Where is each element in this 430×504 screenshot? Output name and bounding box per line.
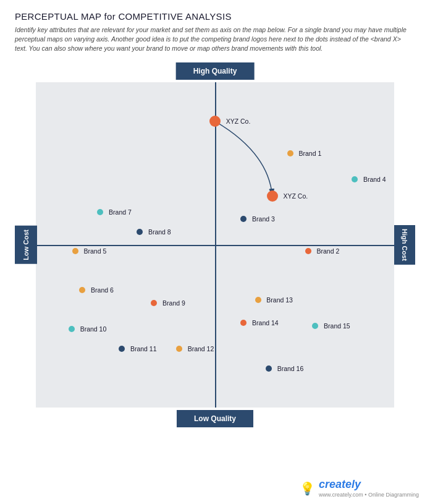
dot-brand9: [151, 300, 157, 306]
label-brand5: Brand 5: [84, 247, 107, 255]
label-brand7: Brand 7: [109, 208, 132, 216]
footer-url-text: www.creately.com: [319, 492, 363, 498]
label-brand4: Brand 4: [363, 176, 386, 183]
dot-xyz2: [267, 190, 278, 202]
label-brand2: Brand 2: [317, 247, 340, 255]
dot-brand15: [312, 323, 318, 329]
axis-top-label: High Quality: [176, 62, 255, 80]
axis-right-label: High Cost: [394, 225, 415, 265]
dot-brand4: [352, 176, 358, 182]
axis-left-label: Low Cost: [15, 226, 37, 264]
label-brand6: Brand 6: [91, 286, 114, 294]
label-brand3: Brand 3: [252, 215, 275, 223]
axis-bottom-label: Low Quality: [177, 410, 253, 427]
dot-brand7: [97, 209, 103, 215]
page-title: PERCEPTUAL MAP for COMPETITIVE ANALYSIS: [15, 11, 415, 22]
dot-brand13: [255, 297, 261, 303]
title-bold: PERCEPTUAL MAP: [15, 11, 101, 22]
footer-url: www.creately.com • Online Diagramming: [319, 491, 419, 499]
dot-brand14: [240, 320, 247, 326]
label-brand15: Brand 15: [324, 322, 350, 330]
label-brand10: Brand 10: [80, 325, 107, 333]
footer-logo-bulb: 💡: [300, 481, 315, 496]
dot-brand6: [79, 287, 85, 293]
plot-area: XYZ Co.XYZ Co.Brand 1Brand 4Brand 3Brand…: [36, 82, 394, 408]
dot-brand10: [69, 326, 75, 332]
label-brand1: Brand 1: [299, 150, 322, 157]
description-text: Identify key attributes that are relevan…: [15, 25, 410, 54]
dot-brand5: [72, 248, 78, 254]
dot-brand3: [240, 216, 247, 222]
dot-brand8: [137, 229, 143, 235]
label-brand9: Brand 9: [162, 299, 185, 307]
dot-brand2: [305, 248, 311, 254]
chart-container: High Quality Low Quality Low Cost High C…: [15, 62, 415, 427]
dot-brand12: [176, 346, 182, 352]
label-xyz1: XYZ Co.: [226, 117, 251, 125]
label-brand12: Brand 12: [188, 345, 214, 352]
vertical-axis-line: [215, 82, 216, 408]
dot-brand11: [119, 346, 125, 352]
footer: 💡 creately www.creately.com • Online Dia…: [300, 478, 419, 499]
title-rest: for COMPETITIVE ANALYSIS: [101, 11, 232, 22]
footer-logo: creately: [319, 478, 419, 491]
page: PERCEPTUAL MAP for COMPETITIVE ANALYSIS …: [0, 0, 430, 504]
footer-logo-text: creately: [319, 478, 361, 490]
label-brand11: Brand 11: [130, 345, 157, 352]
dot-xyz1: [209, 116, 221, 127]
label-brand14: Brand 14: [252, 319, 279, 327]
label-brand16: Brand 16: [277, 365, 304, 372]
dot-brand16: [266, 365, 272, 372]
label-brand8: Brand 8: [148, 228, 171, 236]
label-xyz2: XYZ Co.: [284, 192, 308, 200]
dot-brand1: [287, 150, 293, 156]
footer-tagline: • Online Diagramming: [365, 492, 419, 498]
label-brand13: Brand 13: [266, 296, 293, 304]
